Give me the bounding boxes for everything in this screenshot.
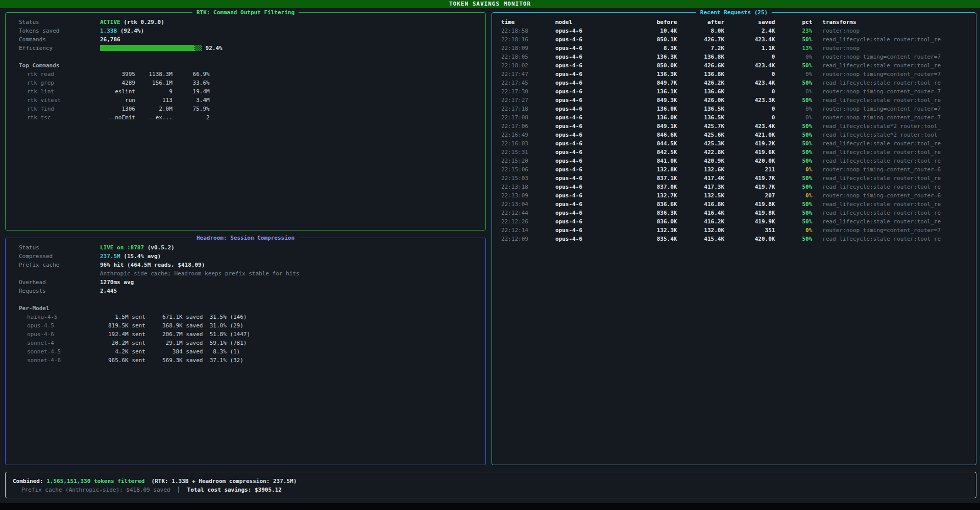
request-pct: 23% xyxy=(775,28,812,34)
command-col1: 1306 xyxy=(67,106,135,112)
combined-summary-bar: Combined: 1,565,151,330 tokens filtered … xyxy=(5,472,976,498)
top-commands-table: rtk read 3995 1138.3M 66.9%rtk grep 4289… xyxy=(19,70,485,122)
request-transforms: router:noop timing=content_router=7 xyxy=(822,106,941,112)
top-command-row: rtk vitest run 113 3.4M xyxy=(19,96,485,105)
request-pct: 50% xyxy=(775,132,812,138)
request-row: 22:18:09 opus-4-6 8.3K 7.2K 1.1K 13%rout… xyxy=(501,44,976,53)
combined-label: Combined: xyxy=(13,478,46,484)
headroom-prefix-value: 96% hit (464.5M reads, $418.09) xyxy=(100,262,205,268)
requests-table: 22:18:58 opus-4-6 10.4K 8.0K 2.4K 23%rou… xyxy=(501,27,976,243)
command-col3: 3.4M xyxy=(173,97,210,104)
request-time: 22:17:45 xyxy=(501,80,555,86)
request-model: opus-4-6 xyxy=(555,132,623,138)
efficiency-progress-bar xyxy=(100,45,202,51)
request-transforms: read_lifecycle:stale*2 router:tool_ xyxy=(822,132,941,138)
sent-word: sent xyxy=(129,322,152,329)
top-commands-heading: Top Commands xyxy=(19,61,485,70)
request-saved: 421.0K xyxy=(724,132,775,138)
request-row: 22:15:20 opus-4-6 841.0K 420.9K 420.0K 5… xyxy=(501,157,976,165)
request-pct: 50% xyxy=(775,123,812,130)
request-row: 22:17:18 opus-4-6 136.0K 136.5K 0 0%rout… xyxy=(501,105,976,113)
headroom-panel-title: Headroom: Session Compression xyxy=(192,234,299,242)
command-col3: 19.4M xyxy=(173,88,210,95)
request-model: opus-4-6 xyxy=(555,97,623,104)
request-model: opus-4-6 xyxy=(555,149,623,156)
request-row: 22:17:45 opus-4-6 849.7K 426.2K 423.4K 5… xyxy=(501,79,976,87)
total-cost-savings: Total cost savings: $3905.12 xyxy=(187,487,282,493)
command-name: rtk lint xyxy=(27,88,67,95)
rtk-commands-value: 26,786 xyxy=(100,36,120,43)
request-transforms: router:noop timing=content_router=7 xyxy=(822,71,941,78)
request-model: opus-4-6 xyxy=(555,71,623,78)
model-saved: 569.3K xyxy=(152,357,183,364)
request-pct: 50% xyxy=(775,184,812,190)
request-transforms: read_lifecycle:stale router:tool_re xyxy=(822,62,941,69)
request-transforms: router:noop xyxy=(822,45,860,52)
request-row: 22:16:49 opus-4-6 846.6K 425.6K 421.0K 5… xyxy=(501,131,976,139)
request-transforms: read_lifecycle:stale router:tool_re xyxy=(822,158,941,164)
request-time: 22:18:05 xyxy=(501,54,555,60)
top-command-row: rtk lint eslint 9 19.4M xyxy=(19,87,485,96)
bottom-strip xyxy=(0,503,980,510)
request-model: opus-4-6 xyxy=(555,166,623,173)
request-row: 22:12:26 opus-4-6 836.0K 416.2K 419.9K 5… xyxy=(501,217,976,226)
request-after: 136.5K xyxy=(677,114,724,121)
top-command-row: rtk grep 4289 156.1M 33.6% xyxy=(19,79,485,87)
request-before: 849.7K xyxy=(623,80,677,86)
model-pct: 37.1% xyxy=(210,357,227,364)
request-pct: 50% xyxy=(775,140,812,147)
request-row: 22:18:58 opus-4-6 10.4K 8.0K 2.4K 23%rou… xyxy=(501,27,976,35)
model-count: (1447) xyxy=(230,331,250,338)
sent-word: sent xyxy=(129,340,152,346)
request-transforms: router:noop timing=content_router=6 xyxy=(822,166,941,173)
request-model: opus-4-6 xyxy=(555,36,623,43)
request-before: 836.6K xyxy=(623,201,677,208)
request-after: 136.8K xyxy=(677,71,724,78)
request-after: 132.0K xyxy=(677,227,724,234)
request-before: 136.1K xyxy=(623,88,677,95)
headroom-compressed-row: Compressed 237.5M(15.4% avg) xyxy=(19,252,485,261)
request-pct: 50% xyxy=(775,218,812,225)
request-model: opus-4-6 xyxy=(555,175,623,182)
request-model: opus-4-6 xyxy=(555,88,623,95)
command-name: rtk tsc xyxy=(27,114,67,121)
request-saved: 420.0K xyxy=(724,236,775,242)
request-model: opus-4-6 xyxy=(555,54,623,60)
request-before: 132.3K xyxy=(623,227,677,234)
model-name: sonnet-4-6 xyxy=(27,357,67,364)
request-saved: 423.3K xyxy=(724,97,775,104)
request-pct: 13% xyxy=(775,45,812,52)
request-saved: 419.6K xyxy=(724,149,775,156)
model-name: haiku-4-5 xyxy=(27,314,67,320)
request-transforms: router:noop timing=content_router=7 xyxy=(822,114,941,121)
model-count: (32) xyxy=(230,357,243,364)
savings-line: Prefix cache (Anthropic-side): $418.09 s… xyxy=(21,486,976,494)
request-time: 22:12:09 xyxy=(501,236,555,242)
request-row: 22:16:03 opus-4-6 844.5K 425.3K 419.2K 5… xyxy=(501,139,976,148)
headroom-status-row: Status LIVE on :8787(v0.5.2) xyxy=(19,243,485,252)
request-before: 850.0K xyxy=(623,62,677,69)
request-transforms: router:noop timing=content_router=7 xyxy=(822,227,941,234)
request-model: opus-4-6 xyxy=(555,184,623,190)
model-pct: 31.5% xyxy=(210,314,227,320)
request-before: 849.3K xyxy=(623,97,677,104)
request-time: 22:18:16 xyxy=(501,36,555,43)
request-transforms: router:noop xyxy=(822,28,860,34)
model-count: (1) xyxy=(230,348,240,355)
request-model: opus-4-6 xyxy=(555,62,623,69)
command-col2: --ex... xyxy=(135,114,173,121)
request-row: 22:17:30 opus-4-6 136.1K 136.6K 0 0%rout… xyxy=(501,87,976,96)
command-col3: 66.9% xyxy=(173,71,210,78)
efficiency-bar-hatch xyxy=(194,45,202,51)
request-time: 22:16:03 xyxy=(501,140,555,147)
request-saved: 0 xyxy=(724,106,775,112)
top-command-row: rtk read 3995 1138.3M 66.9% xyxy=(19,70,485,79)
request-before: 136.0K xyxy=(623,114,677,121)
request-after: 425.6K xyxy=(677,132,724,138)
request-before: 837.1K xyxy=(623,175,677,182)
per-model-row: sonnet-4-6 965.6K sent 569.3K saved 37.1… xyxy=(19,356,485,365)
request-after: 426.0K xyxy=(677,97,724,104)
rtk-panel: RTK: Command Output Filtering Status ACT… xyxy=(5,12,486,231)
header-after: after xyxy=(677,19,724,26)
request-time: 22:15:20 xyxy=(501,158,555,164)
